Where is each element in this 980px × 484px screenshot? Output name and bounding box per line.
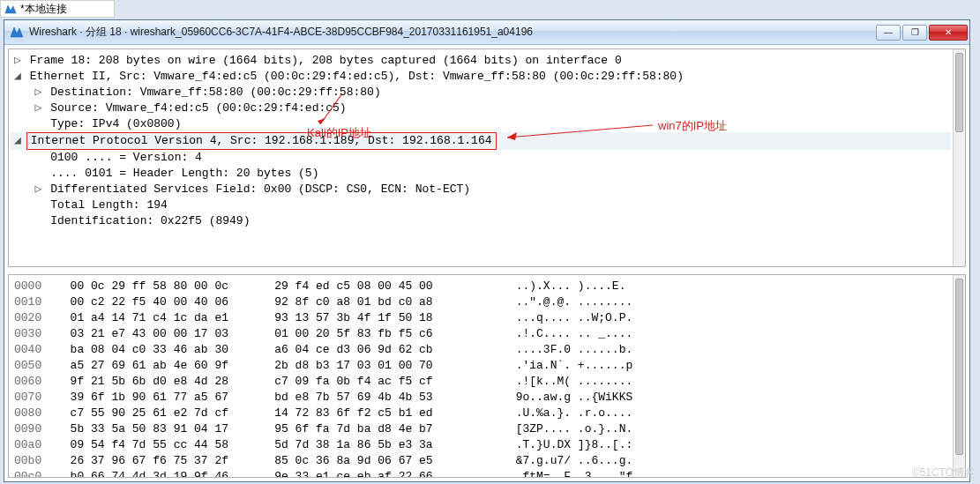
hex-offset: 00b0 [14,453,56,469]
hex-bytes: 00 c2 22 f5 40 00 40 06 [71,294,261,310]
expand-none-icon [34,213,43,229]
hex-row[interactable]: 00b0 26 37 96 67 f6 75 37 2f 85 0c 36 8a… [11,453,951,469]
hex-ascii: .U.%a.}. .r.o.... [516,406,633,421]
hex-bytes: 29 f4 ed c5 08 00 45 00 [274,279,495,294]
hex-row[interactable]: 0010 00 c2 22 f5 40 00 40 06 92 8f c0 a8… [11,294,951,310]
hex-offset: 0060 [14,374,56,390]
hex-scrollbar[interactable] [953,275,965,477]
packet-bytes-pane[interactable]: 0000 00 0c 29 ff 58 80 00 0c 29 f4 ed c5… [8,274,966,478]
hex-row[interactable]: 0060 9f 21 5b 6b d0 e8 4d 28 c7 09 fa 0b… [11,374,951,390]
maximize-button[interactable]: ❐ [902,25,927,41]
tree-row-text: Identification: 0x22f5 (8949) [50,214,250,227]
tree-row[interactable]: Type: IPv4 (0x0800) [11,116,951,132]
hex-offset: 00c0 [14,469,56,477]
hex-offset: 0070 [14,390,56,406]
expand-closed-icon[interactable]: ▷ [34,85,43,101]
hex-bytes: 00 0c 29 ff 58 80 00 0c [71,279,261,294]
hex-row[interactable]: 0050 a5 27 69 61 ab 4e 60 9f 2b d8 b3 17… [11,358,951,374]
hex-bytes: 92 8f c0 a8 01 bd c0 a8 [274,294,495,310]
expand-closed-icon[interactable]: ▷ [34,101,43,116]
hex-bytes: 2b d8 b3 17 03 01 00 70 [274,358,495,374]
hex-row[interactable]: 0000 00 0c 29 ff 58 80 00 0c 29 f4 ed c5… [11,279,951,294]
hex-row[interactable]: 0040 ba 08 04 c0 33 46 ab 30 a6 04 ce d3… [11,342,951,358]
titlebar[interactable]: Wireshark · 分组 18 · wireshark_05960CC6-3… [4,20,969,45]
tree-row-text: Ethernet II, Src: Vmware_f4:ed:c5 (00:0c… [30,70,684,83]
tree-row-text: Destination: Vmware_ff:58:80 (00:0c:29:f… [50,86,380,99]
hex-bytes: 01 00 20 5f 83 fb f5 c6 [274,326,495,342]
parent-window-tab: *本地连接 [0,0,115,18]
tree-row[interactable]: ▷ Frame 18: 208 bytes on wire (1664 bits… [11,53,951,69]
hex-bytes: 03 21 e7 43 00 00 17 03 [71,326,261,342]
hex-bytes: 26 37 96 67 f6 75 37 2f [71,453,261,469]
hex-offset: 00a0 [14,437,56,453]
hex-bytes: 5b 33 5a 50 83 91 04 17 [71,421,261,437]
minimize-button[interactable]: — [876,25,901,41]
expand-none-icon [34,166,43,182]
tree-row-text: 0100 .... = Version: 4 [50,151,202,164]
tree-row[interactable]: ▷ Destination: Vmware_ff:58:80 (00:0c:29… [11,85,951,101]
hex-ascii: &7.g.u7/ ..6...g. [516,453,633,469]
hex-ascii: .'ia.N`. +......p [516,358,633,374]
hex-ascii: .![k..M( ........ [516,374,633,390]
hex-row[interactable]: 0080 c7 55 90 25 61 e2 7d cf 14 72 83 6f… [11,406,951,421]
expand-none-icon [34,116,43,132]
tree-row[interactable]: .... 0101 = Header Length: 20 bytes (5) [11,166,951,182]
hex-bytes: 01 a4 14 71 c4 1c da e1 [71,310,261,326]
tree-row[interactable]: 0100 .... = Version: 4 [11,150,951,166]
expand-closed-icon[interactable]: ▷ [34,182,43,197]
hex-offset: 0050 [14,358,56,374]
hex-bytes: a5 27 69 61 ab 4e 60 9f [71,358,261,374]
hex-ascii: [3ZP.... .o.}..N. [516,421,633,437]
hex-bytes: a6 04 ce d3 06 9d 62 cb [274,342,495,358]
packet-window: Wireshark · 分组 18 · wireshark_05960CC6-3… [4,19,970,482]
hex-row[interactable]: 0090 5b 33 5a 50 83 91 04 17 95 6f fa 7d… [11,421,951,437]
packet-details-pane[interactable]: ▷ Frame 18: 208 bytes on wire (1664 bits… [8,48,966,267]
wireshark-fin-icon [4,4,17,14]
hex-row[interactable]: 00a0 09 54 f4 7d 55 cc 44 58 5d 7d 38 1a… [11,437,951,453]
tree-row[interactable]: ▷ Differentiated Services Field: 0x00 (D… [11,182,951,197]
expand-none-icon [34,150,43,166]
hex-bytes: 39 6f 1b 90 61 77 a5 67 [71,390,261,406]
window-title: Wireshark · 分组 18 · wireshark_05960CC6-3… [29,25,876,40]
hex-ascii: ...q.... ..W;O.P. [516,310,633,326]
hex-row[interactable]: 0020 01 a4 14 71 c4 1c da e1 93 13 57 3b… [11,310,951,326]
hex-row[interactable]: 0070 39 6f 1b 90 61 77 a5 67 bd e8 7b 57… [11,390,951,406]
hex-ascii: ....3F.0 ......b. [516,342,633,358]
tree-row-text: Internet Protocol Version 4, Src: 192.16… [26,132,497,150]
expand-open-icon[interactable]: ◢ [14,69,23,85]
details-scrollbar[interactable] [953,49,965,266]
expand-closed-icon[interactable]: ▷ [14,53,23,69]
hex-bytes: b0 66 74 4d 3d 19 9f 46 [71,469,261,477]
hex-bytes: 95 6f fa 7d ba d8 4e b7 [274,421,495,437]
scrollbar-thumb[interactable] [955,279,963,455]
hex-offset: 0010 [14,294,56,310]
scrollbar-thumb[interactable] [955,53,963,132]
tree-row[interactable]: Total Length: 194 [11,197,951,213]
tree-row-text: Source: Vmware_f4:ed:c5 (00:0c:29:f4:ed:… [50,101,346,115]
hex-row[interactable]: 0030 03 21 e7 43 00 00 17 03 01 00 20 5f… [11,326,951,342]
expand-open-icon[interactable]: ◢ [14,133,23,149]
hex-ascii: .ftM=..F .3...."f [516,469,633,477]
hex-bytes: 09 54 f4 7d 55 cc 44 58 [71,437,261,453]
hex-bytes: ba 08 04 c0 33 46 ab 30 [71,342,261,358]
tree-row-text: Frame 18: 208 bytes on wire (1664 bits),… [30,54,622,67]
hex-bytes: 93 13 57 3b 4f 1f 50 18 [274,310,495,326]
tree-row[interactable]: ◢ Internet Protocol Version 4, Src: 192.… [11,132,951,150]
hex-bytes: 9e 33 e1 ce eb af 22 66 [274,469,495,477]
tree-row[interactable]: Identification: 0x22f5 (8949) [11,213,951,229]
watermark: ©51CTO博客 [912,465,975,480]
hex-bytes: c7 55 90 25 61 e2 7d cf [71,406,261,421]
tree-row[interactable]: ▷ Source: Vmware_f4:ed:c5 (00:0c:29:f4:e… [11,101,951,116]
tree-row[interactable]: ◢ Ethernet II, Src: Vmware_f4:ed:c5 (00:… [11,69,951,85]
tree-row-text: Total Length: 194 [50,198,168,212]
hex-bytes: c7 09 fa 0b f4 ac f5 cf [274,374,495,390]
hex-row[interactable]: 00c0 b0 66 74 4d 3d 19 9f 46 9e 33 e1 ce… [11,469,951,477]
hex-bytes: 85 0c 36 8a 9d 06 67 e5 [274,453,495,469]
hex-offset: 0080 [14,406,56,421]
hex-offset: 0020 [14,310,56,326]
hex-ascii: ..).X... )....E. [516,279,626,294]
hex-bytes: 14 72 83 6f f2 c5 b1 ed [274,406,495,421]
hex-ascii: 9o..aw.g ..{WiKKS [516,390,633,406]
expand-none-icon [34,197,43,213]
close-button[interactable]: ✕ [929,25,968,41]
